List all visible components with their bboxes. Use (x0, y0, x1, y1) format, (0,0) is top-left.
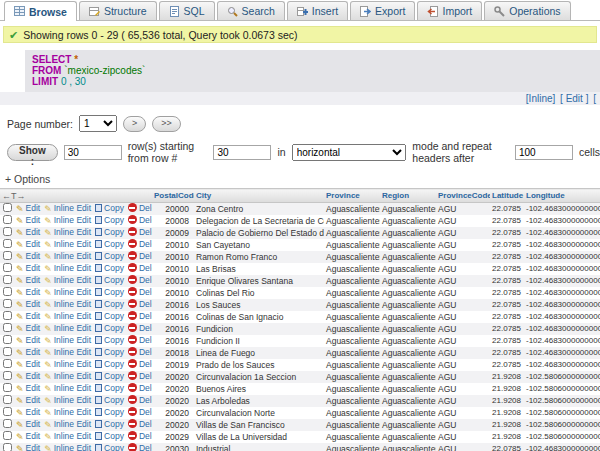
delete-link[interactable]: Delete (128, 311, 152, 321)
inline-edit-link[interactable]: Inline Edit (44, 263, 91, 273)
row-nav-controls[interactable]: ←T→ (0, 189, 152, 203)
copy-link[interactable]: Copy (95, 299, 124, 309)
page-number-select[interactable]: 1 (79, 115, 117, 132)
last-page-button[interactable]: >> (152, 116, 181, 132)
row-checkbox[interactable] (3, 347, 12, 356)
inline-edit-link[interactable]: Inline Edit (44, 323, 91, 333)
delete-link[interactable]: Delete (128, 395, 152, 405)
inline-edit-link[interactable]: Inline Edit (44, 347, 91, 357)
column-header-longitude[interactable]: Longitude (524, 189, 600, 203)
row-checkbox[interactable] (3, 287, 12, 296)
edit-link[interactable]: Edit (16, 395, 40, 405)
column-header-region[interactable]: Region (380, 189, 436, 203)
row-checkbox[interactable] (3, 419, 12, 428)
copy-link[interactable]: Copy (95, 311, 124, 321)
tab-browse[interactable]: Browse (4, 1, 77, 21)
copy-link[interactable]: Copy (95, 323, 124, 333)
delete-link[interactable]: Delete (128, 239, 152, 249)
row-checkbox[interactable] (3, 275, 12, 284)
mode-select[interactable]: horizontal (292, 144, 407, 161)
row-checkbox[interactable] (3, 431, 12, 440)
copy-link[interactable]: Copy (95, 215, 124, 225)
delete-link[interactable]: Delete (128, 251, 152, 261)
delete-link[interactable]: Delete (128, 215, 152, 225)
inline-edit-link[interactable]: Inline Edit (44, 227, 91, 237)
delete-link[interactable]: Delete (128, 335, 152, 345)
inline-edit-link[interactable]: Inline Edit (44, 239, 91, 249)
tab-search[interactable]: Search (217, 1, 285, 20)
delete-link[interactable]: Delete (128, 347, 152, 357)
edit-link[interactable]: Edit (16, 251, 40, 261)
copy-link[interactable]: Copy (95, 347, 124, 357)
edit-link[interactable]: Edit (16, 347, 40, 357)
start-row-input[interactable] (213, 145, 271, 160)
row-checkbox[interactable] (3, 215, 12, 224)
copy-link[interactable]: Copy (95, 419, 124, 429)
edit-link[interactable]: Edit (16, 239, 40, 249)
inline-edit-link[interactable]: Inline Edit (44, 407, 91, 417)
row-checkbox[interactable] (3, 359, 12, 368)
inline-link[interactable]: [Inline] (526, 93, 555, 104)
delete-link[interactable]: Delete (128, 275, 152, 285)
inline-edit-link[interactable]: Inline Edit (44, 251, 91, 261)
tab-structure[interactable]: Structure (79, 1, 157, 20)
copy-link[interactable]: Copy (95, 407, 124, 417)
inline-edit-link[interactable]: Inline Edit (44, 443, 91, 451)
row-checkbox[interactable] (3, 407, 12, 416)
inline-edit-link[interactable]: Inline Edit (44, 359, 91, 369)
edit-link[interactable]: Edit (16, 311, 40, 321)
edit-link[interactable]: Edit (16, 359, 40, 369)
delete-link[interactable]: Delete (128, 263, 152, 273)
row-checkbox[interactable] (3, 203, 12, 212)
edit-query-link[interactable]: [ Edit ] (560, 93, 588, 104)
edit-link[interactable]: Edit (16, 323, 40, 333)
row-checkbox[interactable] (3, 227, 12, 236)
delete-link[interactable]: Delete (128, 371, 152, 381)
inline-edit-link[interactable]: Inline Edit (44, 287, 91, 297)
edit-link[interactable]: Edit (16, 215, 40, 225)
row-checkbox[interactable] (3, 263, 12, 272)
edit-link[interactable]: Edit (16, 371, 40, 381)
tab-sql[interactable]: SQL (159, 1, 215, 20)
edit-link[interactable]: Edit (16, 275, 40, 285)
options-toggle[interactable]: + Options (5, 173, 600, 185)
edit-link[interactable]: Edit (16, 335, 40, 345)
edit-link[interactable]: Edit (16, 263, 40, 273)
copy-link[interactable]: Copy (95, 431, 124, 441)
delete-link[interactable]: Delete (128, 299, 152, 309)
column-header-latitude[interactable]: Latitude (490, 189, 524, 203)
edit-link[interactable]: Edit (16, 383, 40, 393)
inline-edit-link[interactable]: Inline Edit (44, 299, 91, 309)
copy-link[interactable]: Copy (95, 371, 124, 381)
row-checkbox[interactable] (3, 371, 12, 380)
row-checkbox[interactable] (3, 239, 12, 248)
copy-link[interactable]: Copy (95, 395, 124, 405)
column-header-provincecode[interactable]: ProvinceCode (436, 189, 490, 203)
copy-link[interactable]: Copy (95, 359, 124, 369)
inline-edit-link[interactable]: Inline Edit (44, 275, 91, 285)
edit-link[interactable]: Edit (16, 299, 40, 309)
inline-edit-link[interactable]: Inline Edit (44, 371, 91, 381)
inline-edit-link[interactable]: Inline Edit (44, 215, 91, 225)
next-page-button[interactable]: > (123, 116, 146, 132)
tab-import[interactable]: Import (417, 1, 482, 20)
column-header-province[interactable]: Province (324, 189, 380, 203)
copy-link[interactable]: Copy (95, 263, 124, 273)
edit-link[interactable]: Edit (16, 431, 40, 441)
edit-link[interactable]: Edit (16, 443, 40, 451)
repeat-headers-input[interactable] (515, 145, 573, 160)
delete-link[interactable]: Delete (128, 359, 152, 369)
delete-link[interactable]: Delete (128, 287, 152, 297)
copy-link[interactable]: Copy (95, 203, 124, 213)
row-checkbox[interactable] (3, 299, 12, 308)
num-rows-input[interactable] (64, 145, 122, 160)
copy-link[interactable]: Copy (95, 275, 124, 285)
inline-edit-link[interactable]: Inline Edit (44, 419, 91, 429)
delete-link[interactable]: Delete (128, 407, 152, 417)
copy-link[interactable]: Copy (95, 251, 124, 261)
delete-link[interactable]: Delete (128, 323, 152, 333)
row-checkbox[interactable] (3, 395, 12, 404)
tab-export[interactable]: Export (350, 1, 415, 20)
row-checkbox[interactable] (3, 311, 12, 320)
column-header-postalcode[interactable]: PostalCode (152, 189, 194, 203)
